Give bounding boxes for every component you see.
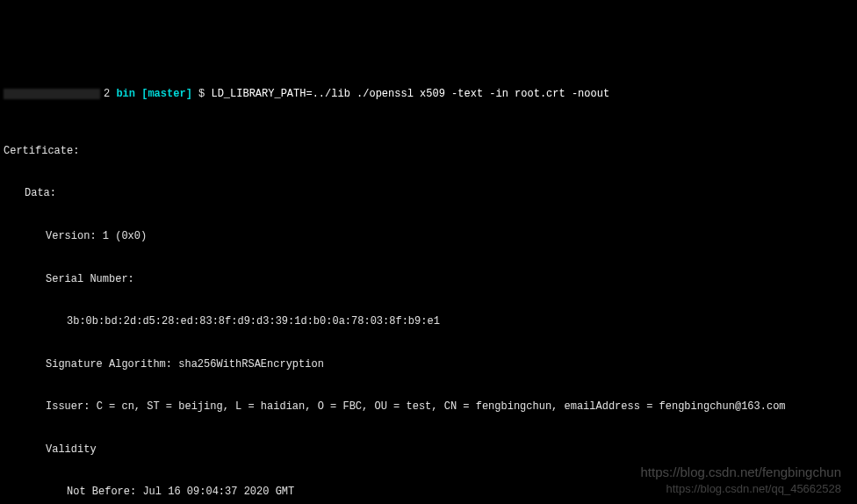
- data-label: Data:: [4, 186, 853, 200]
- validity-label: Validity: [4, 443, 853, 457]
- not-before-line: Not Before: Jul 16 09:04:37 2020 GMT: [4, 485, 853, 499]
- redacted-user: [4, 89, 100, 99]
- git-branch: [master]: [141, 88, 192, 100]
- serial-value: 3b:0b:bd:2d:d5:28:ed:83:8f:d9:d3:39:1d:b…: [4, 314, 853, 328]
- cwd-dir: bin: [116, 88, 135, 100]
- command-text: LD_LIBRARY_PATH=../lib ./openssl x509 -t…: [211, 88, 609, 100]
- certificate-header: Certificate:: [4, 144, 853, 158]
- issuer-line: Issuer: C = cn, ST = beijing, L = haidia…: [4, 400, 853, 414]
- version-line: Version: 1 (0x0): [4, 229, 853, 243]
- prompt-line[interactable]: 2 bin [master] $ LD_LIBRARY_PATH=../lib …: [4, 87, 853, 101]
- terminal-output: 2 bin [master] $ LD_LIBRARY_PATH=../lib …: [0, 57, 857, 504]
- sigalg-line: Signature Algorithm: sha256WithRSAEncryp…: [4, 357, 853, 371]
- serial-label: Serial Number:: [4, 272, 853, 286]
